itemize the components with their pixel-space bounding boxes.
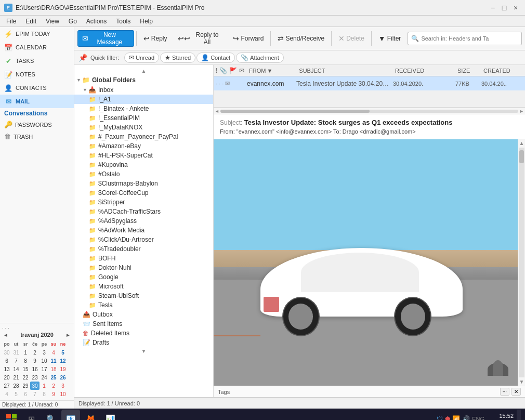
- folder-amazon[interactable]: 📁 #Amazon-eBay: [74, 141, 213, 151]
- sidebar-item-calendar[interactable]: 📅 CALENDAR: [0, 41, 74, 54]
- folder-kupovina[interactable]: 📁 #Kupovina: [74, 160, 213, 169]
- folder-scroll-up[interactable]: ▲: [74, 67, 213, 75]
- folder-a1[interactable]: 📁 !_A1: [74, 95, 213, 104]
- received-column-header[interactable]: RECEIVED: [393, 68, 455, 74]
- taskbar-app-search[interactable]: 🔍: [42, 410, 60, 420]
- calendar-next-button[interactable]: ►: [64, 331, 72, 338]
- folder-outbox[interactable]: 📤 Outbox: [74, 310, 213, 319]
- folder-ostalo[interactable]: 📁 #Ostalo: [74, 169, 213, 179]
- folder-drafts[interactable]: 📝 Drafts: [74, 338, 213, 347]
- search-input[interactable]: [421, 35, 515, 42]
- folder-scroll-down[interactable]: ▼: [74, 347, 213, 355]
- calendar-prev-button[interactable]: ◄: [2, 331, 9, 338]
- folder-essentialpim[interactable]: 📁 !_EssentialPIM: [74, 113, 213, 123]
- tray-lang-icon[interactable]: ENG: [472, 416, 484, 420]
- from-column-header[interactable]: FROM ▼: [247, 68, 297, 74]
- filter-attachment-button[interactable]: 📎 Attachment: [236, 52, 284, 63]
- folder-deleted[interactable]: 🗑 Deleted Items: [74, 329, 213, 338]
- folder-sent[interactable]: 📨 Sent Items: [74, 319, 213, 329]
- global-folders-header[interactable]: ▼ 📁 Global Folders: [74, 75, 213, 85]
- menu-tools[interactable]: Tools: [112, 17, 135, 26]
- scroll-right-button[interactable]: ►: [519, 109, 524, 114]
- filter-starred-button[interactable]: ★ Starred: [160, 52, 195, 63]
- sidebar-conversations[interactable]: Conversations: [0, 108, 74, 119]
- tray-security-icon[interactable]: 🛡: [437, 415, 443, 420]
- vscroll-down-button[interactable]: ▼: [518, 378, 525, 386]
- task-view-button[interactable]: ⊞: [22, 410, 41, 420]
- menu-go[interactable]: Go: [64, 17, 81, 26]
- menu-view[interactable]: View: [42, 17, 63, 26]
- filter-unread-button[interactable]: ✉ Unread: [124, 52, 159, 63]
- sidebar-item-contacts[interactable]: 👤 CONTACTS: [0, 81, 74, 95]
- folder-clickadu[interactable]: 📁 %ClickADu-Artroser: [74, 235, 213, 244]
- tags-more-button[interactable]: ···: [500, 388, 509, 396]
- show-desktop-button[interactable]: [517, 410, 521, 420]
- folder-mydata[interactable]: 📁 !_MyDataKNOX: [74, 123, 213, 132]
- pin-icon[interactable]: 📌: [78, 54, 87, 62]
- email-flags: · · · ✉: [216, 80, 247, 87]
- close-button[interactable]: ×: [510, 3, 521, 13]
- reply-button[interactable]: ↩ Reply: [139, 30, 172, 47]
- folder-adcach[interactable]: 📁 %ADCach-TrafficStars: [74, 207, 213, 216]
- tray-app1-icon[interactable]: ⬟: [445, 415, 450, 420]
- hscroll-track[interactable]: [220, 110, 518, 113]
- tray-sound-icon[interactable]: 🔊: [462, 415, 470, 420]
- global-folders-arrow[interactable]: ▼: [76, 77, 81, 83]
- sidebar-item-epim-today[interactable]: ⚡ EPIM TODAY: [0, 27, 74, 41]
- folder-adspy[interactable]: 📁 %AdSpyglass: [74, 216, 213, 226]
- taskbar-tray: 🛡 ⬟ 📶 🔊 ENG 15:52 30.04.20.: [437, 410, 523, 420]
- outbox-icon: 📤: [83, 311, 90, 318]
- menu-help[interactable]: Help: [136, 17, 157, 26]
- folder-binatex[interactable]: 📁 !_Binatex - Ankete: [74, 104, 213, 113]
- folder-tesla[interactable]: 📁 Tesla: [74, 300, 213, 310]
- folder-steam[interactable]: 📁 Steam-UbiSoft: [74, 291, 213, 300]
- scroll-left-button[interactable]: ◄: [215, 109, 219, 114]
- maximize-button[interactable]: □: [499, 3, 509, 13]
- folder-corel[interactable]: 📁 $Corel-CoffeeCup: [74, 188, 213, 198]
- taskbar-clock[interactable]: 15:52 30.04.20.: [488, 413, 514, 420]
- forward-button[interactable]: ↪ Forward: [228, 30, 268, 47]
- subject-column-header[interactable]: SUBJECT: [297, 68, 393, 74]
- sidebar-trash[interactable]: 🗑 TRASH: [0, 130, 74, 142]
- taskbar-app-epim[interactable]: 📧: [61, 410, 80, 420]
- folder-paxum[interactable]: 📁 #_Paxum_Payoneer_PayPal: [74, 132, 213, 141]
- minimize-button[interactable]: −: [488, 3, 498, 13]
- folder-adwork[interactable]: 📁 %AdWork Media: [74, 226, 213, 235]
- sidebar-item-mail[interactable]: ✉ MAIL: [0, 95, 74, 108]
- folder-bofh[interactable]: 📁 BOFH: [74, 254, 213, 263]
- folder-google[interactable]: 📁 Google: [74, 272, 213, 282]
- email-subject: Tesla Investor Update 30.04.2020.: [294, 80, 393, 87]
- created-column-header[interactable]: CREATED: [481, 68, 523, 74]
- inbox-folder[interactable]: ▼ 📥 Inbox: [74, 85, 213, 95]
- folder-hl[interactable]: 📁 #HL-PSK-SuperCat: [74, 151, 213, 160]
- taskbar-app-extra[interactable]: 📊: [101, 410, 120, 420]
- delete-button[interactable]: ✕ Delete: [334, 30, 369, 47]
- filter-contact-button[interactable]: 👤 Contact: [196, 52, 235, 63]
- reply-all-button[interactable]: ↩↩ Reply to All: [173, 30, 228, 47]
- taskbar-app-browser[interactable]: 🦊: [81, 410, 100, 420]
- folder-doktor[interactable]: 📁 Doktor-Nuhi: [74, 263, 213, 272]
- vscroll-up-button[interactable]: ▲: [518, 139, 525, 147]
- new-message-button[interactable]: ✉ New Message: [77, 30, 134, 47]
- inbox-arrow[interactable]: ▼: [83, 87, 87, 93]
- menu-edit[interactable]: Edit: [21, 17, 41, 26]
- email-row[interactable]: · · · ✉ evannex.com Tesla Investor Updat…: [214, 76, 525, 91]
- menu-file[interactable]: File: [2, 17, 20, 26]
- sidebar-item-notes[interactable]: 📝 NOTES: [0, 68, 74, 81]
- folder-microsoft[interactable]: 📁 Microsoft: [74, 282, 213, 291]
- start-button[interactable]: [2, 410, 21, 420]
- sidebar-item-tasks[interactable]: ✔ TASKS: [0, 54, 74, 68]
- search-box[interactable]: 🔍: [408, 32, 522, 45]
- sidebar-passwords[interactable]: 🔑 PASSWORDS: [0, 119, 74, 130]
- calendar-drag-handle[interactable]: · · ·: [2, 325, 72, 331]
- tray-network-icon[interactable]: 📶: [452, 415, 460, 420]
- menu-actions[interactable]: Actions: [82, 17, 111, 26]
- folder-clustr[interactable]: 📁 $Clustrmaps-Babylon: [74, 179, 213, 188]
- folder-trade[interactable]: 📁 %Tradedoubler: [74, 244, 213, 254]
- send-receive-button[interactable]: ⇄ Send/Receive: [273, 30, 329, 47]
- vscroll-track[interactable]: [519, 148, 524, 377]
- filter-button[interactable]: ▼ Filter: [374, 30, 406, 47]
- size-column-header[interactable]: SIZE: [455, 68, 481, 74]
- tags-close-button[interactable]: ✕: [511, 388, 521, 396]
- folder-istripper[interactable]: 📁 $iStripper: [74, 198, 213, 207]
